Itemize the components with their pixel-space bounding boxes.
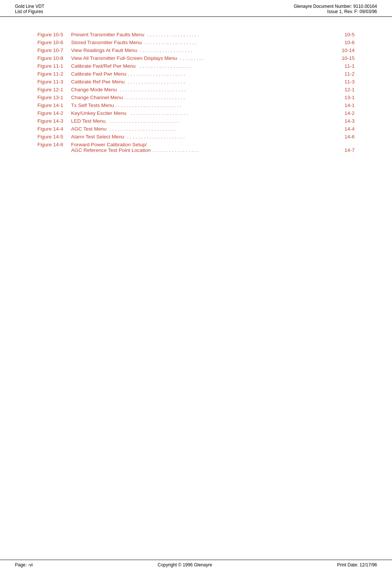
toc-row-first: Figure 14-6 Forward Power Calibration Se… — [37, 142, 355, 147]
figure-title: View All Transmitter Full-Screen Display… — [71, 55, 177, 61]
toc-content: Figure 10-5 Present Transmitter Faults M… — [0, 17, 392, 170]
dot-leader: . . . . . . . . . . . . . . . . . . . — [146, 32, 334, 37]
list-item: Figure 14-6 Forward Power Calibration Se… — [37, 142, 355, 153]
figure-number: Figure 11-3 — [37, 79, 71, 85]
page-reference: 10-5 — [336, 32, 355, 37]
list-item: Figure 10-5 Present Transmitter Faults M… — [37, 32, 355, 37]
page-reference: 10-14 — [336, 48, 355, 53]
footer-print-date: Print Date: 12/17/96 — [337, 562, 377, 568]
dot-leader: . . . . . . . . . — [178, 55, 334, 61]
figure-number: Figure 14-6 — [37, 142, 71, 147]
dot-leader: . . . . . . . . . . . . . . . . . . . . … — [118, 87, 334, 92]
page-reference: 14-3 — [336, 118, 355, 124]
figure-number: Figure 14-2 — [37, 110, 71, 116]
doc-number: Glenayre Document Number: 9110.00164 — [294, 4, 377, 9]
figure-number: Figure 10-5 — [37, 32, 71, 37]
list-item: Figure 10-7 View Readings At Fault Menu … — [37, 48, 355, 53]
page-reference: 10-15 — [336, 55, 355, 61]
figure-title: View Readings At Fault Menu — [71, 48, 137, 53]
page-reference: 14-6 — [336, 134, 355, 140]
footer-page-number: Page: -vi — [15, 562, 33, 568]
figure-title-line2: AGC Reference Test Point Location — [71, 147, 151, 153]
page-header: Gold Line VDT List of Figures Glenayre D… — [0, 0, 392, 17]
figure-title: Calibrate Fwd/Ref Pwr Menu — [71, 63, 136, 69]
page-reference: 11-2 — [336, 71, 355, 77]
figure-number: Figure 10-8 — [37, 55, 71, 61]
dot-leader: . . . . . . . . . . . . . . . . . . . . … — [108, 118, 334, 124]
list-item: Figure 14-2 Key/Unkey Exciter Menu . . .… — [37, 110, 355, 116]
figure-title: Calibrate Fwd Pwr Menu — [71, 71, 126, 77]
doc-title: Gold Line VDT — [15, 4, 45, 9]
dot-leader: . . . . . . . . . . . . . . . . . . . . … — [126, 134, 334, 140]
page-reference: 11-3 — [336, 79, 355, 85]
dot-leader: . . . . . . . . . . . . . . . . . . . . … — [128, 71, 334, 77]
list-item: Figure 14-3 LED Test Menu. . . . . . . .… — [37, 118, 355, 124]
list-item: Figure 14-5 Alarm Test Select Menu . . .… — [37, 134, 355, 140]
list-item: Figure 12-1 Change Mode Menu . . . . . .… — [37, 87, 355, 92]
dot-leader: . . . . . . . . . . . . . . . . . — [152, 147, 334, 153]
figure-number: Figure 14-1 — [37, 103, 71, 108]
figure-title: Stored Transmitter Faults Menu — [71, 40, 142, 45]
figure-title: Alarm Test Select Menu — [71, 134, 124, 140]
figure-number: Figure 14-4 — [37, 126, 71, 132]
dot-leader: . . . . . . . . . . . . . . . . . . . — [137, 63, 334, 69]
page-reference: 11-1 — [336, 63, 355, 69]
figure-title: LED Test Menu. — [71, 118, 107, 124]
page-reference: 10-6 — [336, 40, 355, 45]
header-left: Gold Line VDT List of Figures — [15, 4, 45, 14]
figure-number: Figure 14-3 — [37, 118, 71, 124]
page-footer: Page: -vi Copyright © 1996 Glenayre Prin… — [0, 560, 392, 568]
list-item: Figure 14-1 Tx Self Tests Menu . . . . .… — [37, 103, 355, 108]
dot-leader: . . . . . . . . . . . . . . . . . . . . … — [126, 79, 334, 85]
figure-title: Present Transmitter Faults Menu — [71, 32, 144, 37]
figure-number: Figure 14-5 — [37, 134, 71, 140]
dot-leader: . . . . . . . . . . . . . . . . . . . . … — [125, 95, 334, 100]
list-item: Figure 13-1 Change Channel Menu . . . . … — [37, 95, 355, 100]
list-item: Figure 11-2 Calibrate Fwd Pwr Menu . . .… — [37, 71, 355, 77]
list-item: Figure 10-8 View All Transmitter Full-Sc… — [37, 55, 355, 61]
page-reference: 12-1 — [336, 87, 355, 92]
dot-leader: . . . . . . . . . . . . . . . . . . . . … — [116, 103, 334, 108]
figure-title: Key/Unkey Exciter Menu — [71, 110, 126, 116]
list-item: Figure 11-3 Calibrate Ref Pwr Menu . . .… — [37, 79, 355, 85]
doc-section: List of Figures — [15, 9, 45, 14]
figure-title: Calibrate Ref Pwr Menu — [71, 79, 125, 85]
dot-leader: . . . . . . . . . . . . . . . . . . . — [139, 48, 334, 53]
figure-number: Figure 12-1 — [37, 87, 71, 92]
figure-title-line1: Forward Power Calibration Setup/ — [71, 142, 147, 147]
page-reference: 14-7 — [336, 147, 355, 153]
figure-title: Change Mode Menu — [71, 87, 117, 92]
figure-title: Tx Self Tests Menu — [71, 103, 114, 108]
list-item: Figure 14-4 AGC Test Menu . . . . . . . … — [37, 126, 355, 132]
page-reference: 13-1 — [336, 95, 355, 100]
doc-issue: Issue 1, Rev. F: 09/03/96 — [294, 9, 377, 14]
figure-number: Figure 10-6 — [37, 40, 71, 45]
figure-number: Figure 11-2 — [37, 71, 71, 77]
dot-leader: . . . . . . . . . . . . . . . . . . . . … — [128, 110, 334, 116]
page-reference: 14-2 — [336, 110, 355, 116]
list-item: Figure 11-1 Calibrate Fwd/Ref Pwr Menu .… — [37, 63, 355, 69]
dot-leader: . . . . . . . . . . . . . . . . . . . — [143, 40, 334, 45]
page-reference: 14-1 — [336, 103, 355, 108]
footer-copyright: Copyright © 1996 Glenayre — [158, 562, 212, 568]
figure-number: Figure 11-1 — [37, 63, 71, 69]
dot-leader: . . . . . . . . . . . . . . . . . . . . … — [108, 126, 334, 132]
figure-title: Change Channel Menu — [71, 95, 123, 100]
figure-title: AGC Test Menu — [71, 126, 107, 132]
page-reference: 14-4 — [336, 126, 355, 132]
header-right: Glenayre Document Number: 9110.00164 Iss… — [294, 4, 377, 14]
toc-row-second: AGC Reference Test Point Location . . . … — [37, 147, 355, 153]
figure-number: Figure 10-7 — [37, 48, 71, 53]
figure-number: Figure 13-1 — [37, 95, 71, 100]
list-item: Figure 10-6 Stored Transmitter Faults Me… — [37, 40, 355, 45]
